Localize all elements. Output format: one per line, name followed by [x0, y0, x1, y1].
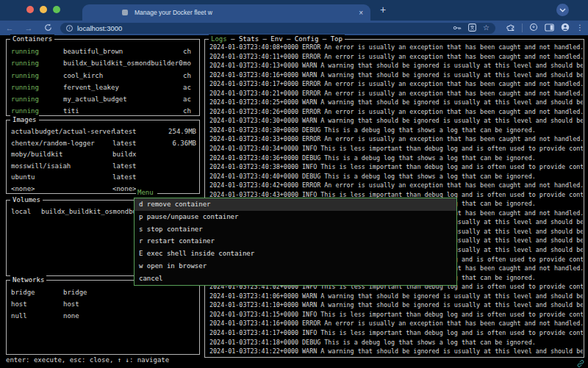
image-row[interactable]: chentex/random-loggerlatest6.36MB — [11, 138, 198, 150]
log-timestamp: 2024-01-03T23:41:22+0000 — [209, 347, 298, 355]
side-panel-icon[interactable] — [545, 21, 554, 35]
log-line: 2024-01-03T23:40:38+0000 INFO This is le… — [209, 162, 583, 172]
bookmark-star-icon[interactable]: ☆ — [483, 24, 490, 32]
log-message: This is less important than debug log an… — [320, 145, 583, 152]
log-message: This is less important than debug log an… — [320, 329, 583, 336]
log-message: A warning that should be ignored is usua… — [320, 71, 583, 79]
log-line: 2024-01-03T23:41:06+0000 WARN A warning … — [209, 292, 583, 301]
log-timestamp: 2024-01-03T23:40:33+0000 — [209, 135, 298, 142]
log-message: An error is usually an exception that ha… — [324, 320, 583, 327]
containers-list: runningbeautiful_brownchrunningbuildx_bu… — [7, 40, 198, 115]
toolbar-icons: ⋮ — [500, 21, 584, 35]
image-tag: latest — [112, 138, 137, 150]
container-row[interactable]: runningtitich — [11, 105, 198, 115]
container-name: beautiful_brown — [63, 46, 183, 57]
log-line: 2024-01-03T23:40:08+0000 ERROR An error … — [209, 43, 583, 52]
log-timestamp: 2024-01-03T23:40:38+0000 — [209, 163, 298, 170]
log-line: 2024-01-03T23:40:17+0000 ERROR An error … — [209, 79, 583, 89]
log-timestamp: 2024-01-03T23:40:11+0000 — [209, 53, 298, 60]
menu-items: d remove containerp pause/unpause contai… — [134, 198, 457, 286]
tab-close-icon[interactable]: × — [359, 9, 363, 17]
menu-item[interactable]: d remove container — [135, 198, 456, 211]
menu-item[interactable]: cancel — [135, 273, 456, 285]
network-row[interactable]: nullnone — [11, 310, 198, 322]
log-message: An error is usually an exception that ha… — [324, 43, 583, 51]
address-bar[interactable]: i localhost:3000 ☆ — [60, 23, 495, 34]
log-message: A warning that should be ignored is usua… — [320, 347, 583, 355]
page-info-icon[interactable]: i — [66, 25, 73, 32]
log-timestamp: 2024-01-03T23:40:25+0000 — [209, 98, 298, 106]
image-tag: buildx — [112, 149, 137, 161]
log-line: 2024-01-03T23:40:21+0000 ERROR An error … — [209, 89, 583, 98]
image-row[interactable]: ubuntulatest — [11, 172, 198, 184]
log-line: 2024-01-03T23:41:22+0000 WARN A warning … — [209, 347, 583, 356]
log-line: 2024-01-03T23:41:17+0000 INFO This is le… — [209, 328, 583, 338]
back-button[interactable]: ← — [0, 24, 19, 32]
image-row[interactable]: moby/buildkitbuildx — [11, 149, 198, 161]
log-line: 2024-01-03T23:40:40+0000 DEBUG This is a… — [209, 172, 583, 181]
browser-toolbar: ← → i localhost:3000 ☆ — [0, 21, 588, 35]
new-tab-button[interactable]: + — [380, 4, 386, 15]
log-level: WARN — [302, 301, 317, 309]
image-tag: <none> — [112, 184, 137, 193]
url-text[interactable]: localhost:3000 — [77, 24, 446, 32]
window-minimize-button[interactable] — [40, 6, 47, 13]
container-row[interactable]: runningcool_kirchch — [11, 70, 198, 82]
window-close-button[interactable] — [26, 6, 34, 13]
status-circle-icon[interactable] — [529, 21, 538, 35]
container-row[interactable]: runningfervent_leakeyac — [11, 82, 198, 93]
image-row[interactable]: mosswill/isaiahlatest — [11, 161, 198, 173]
reload-button[interactable] — [38, 24, 57, 33]
translate-icon[interactable] — [468, 21, 476, 35]
isaiah-terminal: Containers runningbeautiful_brownchrunni… — [0, 35, 588, 368]
log-line: 2024-01-03T23:40:30+0000 DEBUG This is a… — [209, 126, 583, 135]
menu-item[interactable]: w open in browser — [135, 260, 456, 273]
log-line: 2024-01-03T23:40:11+0000 ERROR An error … — [209, 52, 583, 62]
profile-avatar-icon[interactable] — [561, 21, 570, 35]
network-name: null — [11, 310, 63, 322]
network-row[interactable]: hosthost — [11, 298, 198, 310]
log-level: INFO — [302, 145, 317, 152]
images-list: actualbudget/actual-serverlatest254.9MBc… — [7, 120, 198, 193]
image-size: 254.9MB — [168, 126, 196, 138]
log-line: 2024-01-03T23:41:16+0000 ERROR An error … — [209, 319, 583, 328]
image-row[interactable]: actualbudget/actual-serverlatest254.9MB — [11, 126, 198, 138]
log-level: DEBUG — [302, 126, 320, 134]
log-level: DEBUG — [302, 154, 320, 162]
overflow-menu-icon[interactable]: ⋮ — [576, 24, 584, 32]
menu-item[interactable]: r restart container — [135, 235, 456, 248]
window-maximize-button[interactable] — [53, 6, 60, 13]
image-name: chentex/random-logger — [11, 138, 112, 150]
tab-search-button[interactable] — [556, 4, 569, 16]
log-timestamp: 2024-01-03T23:41:15+0000 — [209, 311, 298, 318]
forward-button[interactable]: → — [19, 24, 38, 32]
container-image-fragment: ch — [183, 48, 191, 55]
log-message: A warning that should be ignored is usua… — [320, 301, 583, 309]
log-timestamp: 2024-01-03T23:41:06+0000 — [209, 292, 298, 300]
container-row[interactable]: runningbeautiful_brownch — [11, 46, 198, 57]
log-line: 2024-01-03T23:40:13+0000 WARN A warning … — [209, 61, 583, 71]
tab-title: Manage your Docker fleet w — [135, 9, 354, 16]
log-timestamp: 2024-01-03T23:40:08+0000 — [209, 43, 298, 51]
container-row[interactable]: runningmy_actual_budgetac — [11, 93, 198, 105]
log-timestamp: 2024-01-03T23:41:10+0000 — [209, 301, 298, 309]
menu-item[interactable]: p pause/unpause container — [135, 211, 456, 223]
browser-window: Manage your Docker fleet w × + ← → i loc… — [0, 0, 588, 368]
log-line: 2024-01-03T23:40:30+0000 WARN A warning … — [209, 116, 583, 126]
chevron-down-icon — [559, 8, 566, 12]
network-driver: none — [63, 312, 79, 320]
log-line: 2024-01-03T23:41:18+0000 DEBUG This is a… — [209, 338, 583, 347]
log-level: WARN — [302, 347, 317, 355]
extensions-puzzle-icon[interactable] — [506, 21, 515, 35]
image-tag: latest — [112, 172, 137, 184]
network-row[interactable]: bridgebridge — [11, 286, 198, 298]
passwords-key-icon[interactable] — [453, 21, 462, 35]
container-row[interactable]: runningbuildx_buildkit_osmondbuilder0mo — [11, 57, 198, 69]
log-level: ERROR — [302, 108, 320, 115]
menu-item[interactable]: s stop container — [135, 223, 456, 236]
network-driver: host — [63, 300, 79, 308]
menu-item[interactable]: E exec shell inside container — [135, 248, 456, 260]
log-message: A warning that should be ignored is usua… — [320, 98, 583, 106]
log-message: An error is usually an exception that ha… — [324, 80, 583, 87]
browser-tab[interactable]: Manage your Docker fleet w × — [82, 4, 370, 21]
